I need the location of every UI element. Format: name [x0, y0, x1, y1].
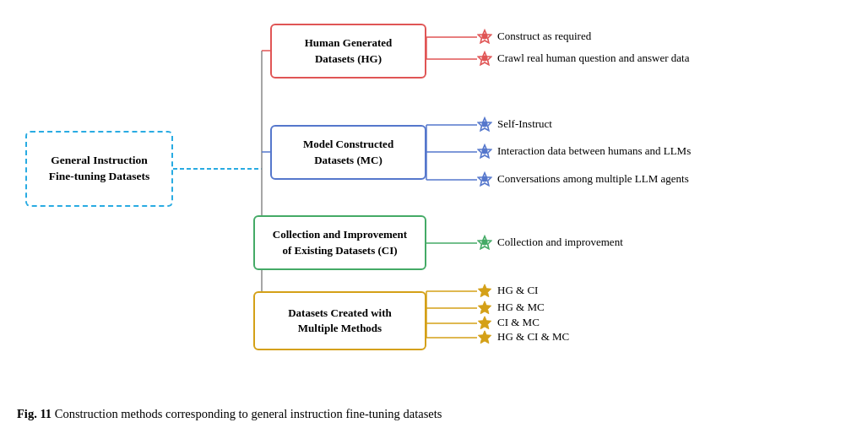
- svg-point-28: [481, 176, 487, 181]
- svg-marker-32: [478, 301, 491, 314]
- star-gold-3-icon: [477, 315, 492, 330]
- star-blue-1-icon: [477, 116, 492, 132]
- general-instruction-box: General Instruction Fine-tuning Datasets: [25, 131, 173, 207]
- svg-point-22: [481, 55, 487, 61]
- star-red-2-icon: [477, 51, 492, 66]
- svg-point-26: [481, 148, 487, 154]
- ci-item-1: Collection and improvement: [477, 235, 623, 250]
- star-gold-4-icon: [477, 329, 492, 344]
- star-gold-1-icon: [477, 283, 492, 298]
- mm-item-4: HG & CI & MC: [477, 329, 569, 344]
- svg-point-20: [481, 33, 487, 39]
- figure-label: Fig. 11: [17, 407, 52, 420]
- mc-box: Model Constructed Datasets (MC): [270, 125, 426, 180]
- hg-item-2: Crawl real human question and answer dat…: [477, 51, 689, 66]
- mm-item-3: CI & MC: [477, 315, 540, 330]
- svg-point-24: [481, 121, 487, 127]
- mc-item-1: Self-Instruct: [477, 116, 552, 132]
- ci-box: Collection and Improvement of Existing D…: [253, 215, 426, 270]
- star-red-1-icon: [477, 29, 492, 44]
- star-gold-2-icon: [477, 300, 492, 315]
- diagram-container: General Instruction Fine-tuning Datasets…: [0, 0, 868, 363]
- mc-item-3: Conversations among multiple LLM agents: [477, 171, 689, 187]
- hg-item-1: Construct as required: [477, 29, 591, 44]
- mc-item-2: Interaction data between humans and LLMs: [477, 144, 691, 159]
- star-blue-2-icon: [477, 144, 492, 159]
- figure-caption: Fig. 11 Construction methods correspondi…: [0, 404, 868, 424]
- star-blue-3-icon: [477, 171, 492, 187]
- mm-item-2: HG & MC: [477, 300, 545, 315]
- star-green-1-icon: [477, 235, 492, 250]
- svg-marker-33: [478, 317, 491, 329]
- mm-box: Datasets Created with Multiple Methods: [253, 291, 426, 350]
- svg-point-30: [481, 239, 487, 245]
- mm-item-1: HG & CI: [477, 283, 538, 298]
- hg-box: Human Generated Datasets (HG): [270, 24, 426, 79]
- svg-marker-34: [478, 331, 491, 344]
- figure-text: Construction methods corresponding to ge…: [52, 407, 442, 420]
- svg-marker-31: [478, 284, 491, 297]
